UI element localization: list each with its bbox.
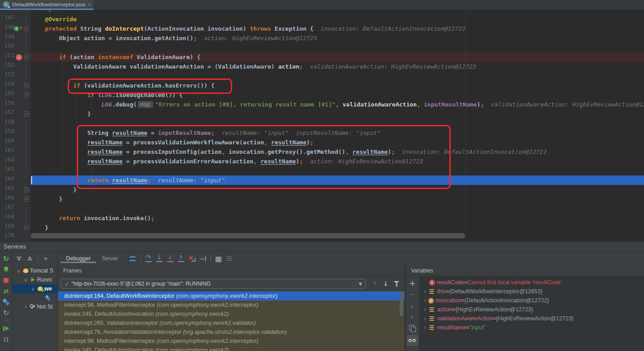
code-line-content[interactable]: ValidationAware validationAwareAction = … <box>31 62 644 71</box>
resume-icon[interactable] <box>1 323 12 334</box>
duplicate-icon[interactable] <box>407 323 418 334</box>
variable-row[interactable]: resultName = "input" <box>419 323 644 332</box>
rerun-icon[interactable] <box>1 253 12 264</box>
frame-row[interactable]: intercept:98, MethodFilterInterceptor (c… <box>58 337 405 346</box>
frame-row[interactable]: intercept:98, MethodFilterInterceptor (c… <box>58 300 405 309</box>
collapse-all-icon[interactable] <box>24 253 35 264</box>
code-line-content[interactable]: resultName = processValidationWorkflowAw… <box>31 138 644 147</box>
drop-frame-icon[interactable] <box>187 253 197 264</box>
step-over-icon[interactable] <box>143 253 154 264</box>
navigate-down-icon[interactable] <box>380 278 391 289</box>
code-line-content[interactable]: return resultName; resultName: "input" <box>31 176 644 185</box>
code-line-content[interactable]: if (action instanceof ValidationAware) { <box>31 52 644 62</box>
code-editor[interactable]: 146 */147 @Override148 protected String … <box>0 0 644 241</box>
variable-row[interactable]: this = {DefaultWorkflowInterceptor@12653… <box>419 287 644 296</box>
code-line-content[interactable]: String resultName = inputResultName; res… <box>31 128 644 138</box>
frames-scrollbar[interactable] <box>400 292 403 316</box>
expand-all-icon[interactable] <box>14 253 24 264</box>
navigate-up-icon[interactable] <box>369 278 380 289</box>
variable-row[interactable]: action = {HighEvReviewAction@12723} <box>419 305 644 314</box>
line-number: 157 <box>5 109 14 115</box>
chevron-right-icon[interactable] <box>23 304 29 310</box>
thread-selector[interactable]: "http-bio-7026-exec-5"@2,062 in group "m… <box>61 279 366 289</box>
fold-marker-icon[interactable] <box>24 225 29 230</box>
code-line-content[interactable]: @Override <box>31 14 644 24</box>
code-line-content[interactable]: protected String doIntercept(ActionInvoc… <box>31 24 644 33</box>
code-line-content[interactable]: } <box>31 185 644 194</box>
editor-tab[interactable]: C DefaultWorkflowInterceptor.java × <box>0 0 93 10</box>
chevron-down-icon[interactable] <box>23 277 29 282</box>
fold-marker-icon[interactable] <box>24 111 29 116</box>
chevron-right-icon[interactable] <box>422 315 428 322</box>
frame-row[interactable]: doIntercept:265, ValidationInterceptor (… <box>58 319 405 328</box>
step-out-icon[interactable] <box>176 253 187 264</box>
stop-icon[interactable] <box>1 275 12 286</box>
editor-horizontal-scrollbar[interactable] <box>31 233 465 238</box>
chevron-right-icon[interactable] <box>422 288 428 295</box>
code-line-content[interactable] <box>31 204 644 213</box>
pause-icon[interactable] <box>1 334 12 345</box>
more-icon[interactable] <box>40 253 51 264</box>
fold-marker-icon[interactable] <box>24 83 29 88</box>
chevron-down-icon[interactable] <box>30 286 36 291</box>
layout-settings-icon[interactable] <box>224 253 235 264</box>
code-line-content[interactable] <box>31 119 644 128</box>
dropdown-caret-icon[interactable]: ▼ <box>359 282 362 286</box>
fold-marker-icon[interactable] <box>24 187 29 192</box>
tree-item-webapp[interactable]: we <box>13 284 57 293</box>
force-step-into-icon[interactable] <box>165 253 176 264</box>
code-line-content[interactable]: LOG.debug(msg:"Errors on action [#0], re… <box>31 100 644 109</box>
code-line-content[interactable] <box>31 71 644 81</box>
code-line-content[interactable]: if (LOG.isDebugEnabled()) { <box>31 90 644 100</box>
fold-marker-icon[interactable] <box>24 26 29 31</box>
chevron-right-icon[interactable] <box>422 306 428 313</box>
code-line-content[interactable] <box>31 43 644 52</box>
filter-icon[interactable] <box>391 278 402 289</box>
evaluate-expression-icon[interactable] <box>213 253 224 264</box>
code-line-content[interactable]: } <box>31 194 644 204</box>
code-line-content[interactable]: } <box>31 223 644 232</box>
hot-swap-diamonds-icon[interactable] <box>1 296 12 307</box>
step-into-icon[interactable] <box>154 253 165 264</box>
code-line-content[interactable]: resultName = processInputConfig(action, … <box>31 147 644 157</box>
code-line-content[interactable]: resultName = processValidationErrorAware… <box>31 157 644 166</box>
frame-row[interactable]: doIntercept:76, AnnotationValidationInte… <box>58 328 405 337</box>
tree-item-artifact[interactable] <box>13 293 57 302</box>
code-line-content[interactable]: return invocation.invoke(); <box>31 213 644 223</box>
chevron-down-icon[interactable] <box>15 268 22 273</box>
breakpoint-icon[interactable] <box>16 54 22 60</box>
code-line-content[interactable]: } <box>31 109 644 119</box>
variable-row[interactable]: resultCode = Cannot find local variable … <box>419 278 644 287</box>
remove-watch-icon[interactable] <box>407 289 418 300</box>
chevron-right-icon[interactable] <box>422 297 428 304</box>
fold-marker-icon[interactable] <box>24 92 29 97</box>
variable-row[interactable]: invocation = {DefaultActionInvocation@12… <box>419 296 644 305</box>
overrides-method-icon[interactable] <box>14 25 23 32</box>
update-application-icon[interactable] <box>1 286 12 296</box>
frame-row[interactable]: invoke:245, DefaultActionInvocation (com… <box>58 309 405 319</box>
add-watch-icon[interactable] <box>407 277 418 289</box>
show-watches-icon[interactable] <box>406 335 418 346</box>
tab-close-icon[interactable]: × <box>88 2 91 7</box>
tab-server[interactable]: Server <box>96 255 124 263</box>
tree-item-not-started[interactable]: Not St <box>13 302 57 311</box>
code-line-content[interactable]: Object action = invocation.getAction(); … <box>31 33 644 43</box>
tree-item-running[interactable]: Runni <box>13 275 57 284</box>
fold-marker-icon[interactable] <box>24 197 29 202</box>
run-to-cursor-icon[interactable] <box>197 253 208 264</box>
services-titlebar[interactable]: Services <box>0 242 644 252</box>
show-execution-point-icon[interactable] <box>127 253 138 264</box>
move-down-icon[interactable] <box>407 311 418 323</box>
variable-row[interactable]: validationAwareAction = {HighEvReviewAct… <box>419 314 644 323</box>
tree-item-tomcat-server[interactable]: Tomcat S <box>13 266 57 275</box>
refresh-icon[interactable] <box>1 307 12 318</box>
chevron-right-icon[interactable] <box>422 324 428 331</box>
code-line-content[interactable] <box>31 166 644 176</box>
debug-icon[interactable] <box>1 264 12 275</box>
tab-debugger[interactable]: Debugger <box>61 255 96 263</box>
fold-marker-icon[interactable] <box>24 55 29 60</box>
move-up-icon[interactable] <box>407 300 418 311</box>
frame-row[interactable]: doIntercept:164, DefaultWorkflowIntercep… <box>58 291 405 300</box>
frame-row[interactable]: invoke:245, DefaultActionInvocation (com… <box>58 346 405 351</box>
code-line-content[interactable]: if (validationAwareAction.hasErrors()) { <box>31 81 644 90</box>
